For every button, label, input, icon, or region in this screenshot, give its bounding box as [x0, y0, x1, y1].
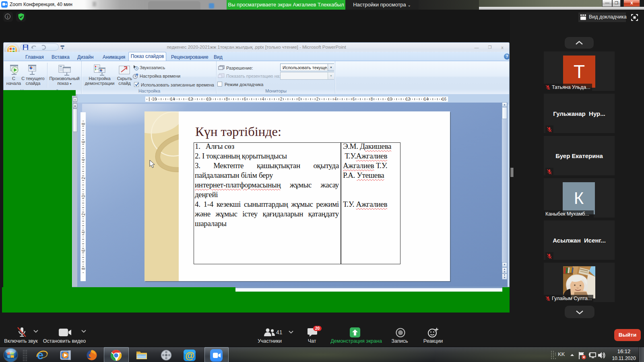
svg-text:6: 6	[81, 249, 86, 252]
svg-text:10: 10	[206, 97, 211, 101]
svg-text:6: 6	[353, 97, 355, 101]
svg-text:8: 8	[226, 97, 228, 101]
svg-text:2: 2	[81, 177, 86, 179]
svg-text:14: 14	[424, 97, 429, 101]
svg-text:4: 4	[262, 97, 264, 101]
svg-text:4: 4	[81, 231, 86, 234]
svg-text:2: 2	[280, 97, 283, 101]
svg-text:2: 2	[81, 213, 86, 216]
svg-text:2: 2	[316, 97, 319, 101]
svg-text:0: 0	[81, 195, 86, 197]
svg-text:10: 10	[388, 97, 392, 101]
svg-text:16: 16	[442, 97, 447, 101]
svg-text:8: 8	[81, 267, 86, 270]
svg-text:14: 14	[170, 97, 175, 101]
svg-text:12: 12	[406, 97, 411, 101]
svg-text:@: @	[185, 350, 194, 361]
svg-text:6: 6	[244, 97, 246, 101]
svg-text:6: 6	[81, 141, 86, 143]
svg-text:12: 12	[188, 97, 193, 101]
svg-text:4: 4	[81, 159, 86, 161]
svg-text:8: 8	[81, 123, 86, 125]
svg-text:8: 8	[371, 97, 373, 101]
svg-text:0: 0	[298, 97, 301, 101]
svg-text:16: 16	[152, 97, 157, 101]
svg-text:4: 4	[334, 97, 337, 101]
